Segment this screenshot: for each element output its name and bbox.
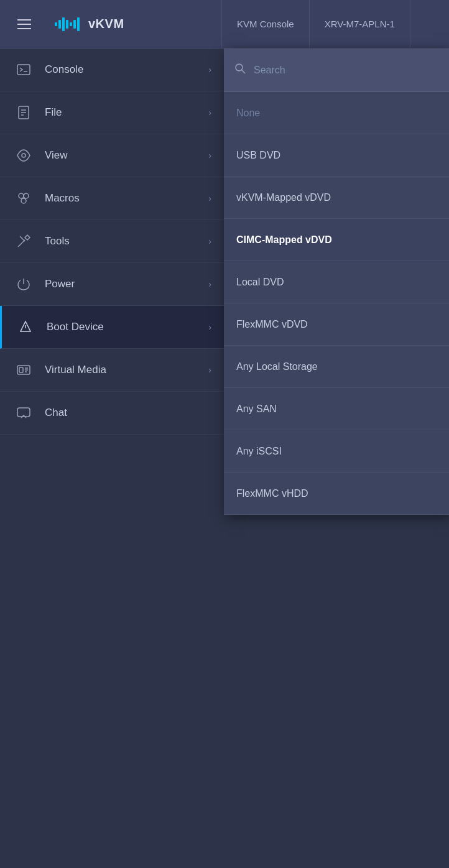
tools-icon xyxy=(12,230,35,252)
menu-button[interactable] xyxy=(0,0,49,48)
power-icon xyxy=(12,273,35,295)
sidebar-item-label: Console xyxy=(45,63,208,76)
svg-point-13 xyxy=(22,154,25,157)
svg-rect-3 xyxy=(66,20,68,29)
boot-device-dropdown: None USB DVD vKVM-Mapped vDVD CIMC-Mappe… xyxy=(224,48,449,515)
chevron-right-icon: › xyxy=(208,193,211,203)
dropdown-item-any-local-storage[interactable]: Any Local Storage xyxy=(224,346,449,388)
sidebar-item-console[interactable]: Console › xyxy=(0,48,224,91)
dropdown-item-cimc-vdvd[interactable]: CIMC-Mapped vDVD xyxy=(224,219,449,261)
chevron-right-icon: › xyxy=(208,322,211,332)
brand-name: vKVM xyxy=(88,17,124,31)
chevron-right-icon: › xyxy=(208,65,211,75)
svg-point-14 xyxy=(19,193,24,198)
tab-kvm-console[interactable]: KVM Console xyxy=(221,0,310,48)
dropdown-item-any-san[interactable]: Any SAN xyxy=(224,388,449,430)
chevron-right-icon: › xyxy=(208,236,211,246)
sidebar-item-label: File xyxy=(45,106,208,119)
virtual-media-icon xyxy=(12,359,35,381)
svg-line-29 xyxy=(242,70,245,73)
search-icon xyxy=(234,62,246,78)
svg-point-15 xyxy=(24,193,29,198)
search-input[interactable] xyxy=(254,65,439,76)
sidebar-item-label: Chat xyxy=(45,407,211,419)
cisco-logo xyxy=(55,17,82,31)
sidebar-item-virtual-media[interactable]: Virtual Media › xyxy=(0,349,224,392)
dropdown-item-usb-dvd[interactable]: USB DVD xyxy=(224,134,449,177)
sidebar-item-label: Power xyxy=(45,278,208,290)
chat-icon xyxy=(12,402,35,424)
sidebar-item-view[interactable]: View › xyxy=(0,134,224,177)
boot-device-icon xyxy=(14,316,37,338)
svg-rect-7 xyxy=(17,65,30,75)
svg-rect-2 xyxy=(62,17,65,31)
sidebar-item-label: Virtual Media xyxy=(45,364,208,376)
chevron-right-icon: › xyxy=(208,150,211,160)
dropdown-item-vkvm-vdvd[interactable]: vKVM-Mapped vDVD xyxy=(224,177,449,219)
header: vKVM KVM Console XRV-M7-APLN-1 xyxy=(0,0,449,48)
chevron-right-icon: › xyxy=(208,108,211,118)
chevron-right-icon: › xyxy=(208,365,211,375)
svg-rect-4 xyxy=(70,22,72,26)
dropdown-item-flexmmc-vdvd[interactable]: FlexMMC vDVD xyxy=(224,303,449,346)
svg-point-28 xyxy=(236,64,243,71)
hamburger-icon xyxy=(17,19,31,29)
svg-line-17 xyxy=(18,242,22,247)
dropdown-item-none[interactable]: None xyxy=(224,92,449,134)
sidebar-item-boot-device[interactable]: Boot Device › xyxy=(0,306,224,349)
sidebar-item-chat[interactable]: Chat xyxy=(0,392,224,435)
sidebar-item-tools[interactable]: Tools › xyxy=(0,220,224,263)
svg-rect-5 xyxy=(73,20,76,29)
sidebar-item-label: Macros xyxy=(45,192,208,205)
dropdown-item-flexmmc-vhdd[interactable]: FlexMMC vHDD xyxy=(224,473,449,515)
sidebar: Console › File › View › xyxy=(0,48,224,868)
svg-rect-6 xyxy=(77,17,80,31)
search-bar[interactable] xyxy=(224,48,449,92)
console-icon xyxy=(12,58,35,81)
sidebar-item-label: Tools xyxy=(45,235,208,247)
tab-xrv[interactable]: XRV-M7-APLN-1 xyxy=(310,0,410,48)
dropdown-item-local-dvd[interactable]: Local DVD xyxy=(224,261,449,303)
header-tabs: KVM Console XRV-M7-APLN-1 xyxy=(221,0,449,48)
macros-icon xyxy=(12,187,35,210)
sidebar-item-file[interactable]: File › xyxy=(0,91,224,134)
dropdown-item-any-iscsi[interactable]: Any iSCSI xyxy=(224,430,449,473)
svg-rect-1 xyxy=(58,20,61,29)
sidebar-item-macros[interactable]: Macros › xyxy=(0,177,224,220)
svg-rect-23 xyxy=(19,367,23,372)
sidebar-item-label: Boot Device xyxy=(47,321,208,333)
svg-point-16 xyxy=(21,198,26,203)
svg-line-19 xyxy=(20,236,25,241)
sidebar-item-label: View xyxy=(45,149,208,162)
svg-rect-0 xyxy=(55,22,57,26)
chevron-right-icon: › xyxy=(208,279,211,289)
sidebar-item-power[interactable]: Power › xyxy=(0,263,224,306)
file-icon xyxy=(12,101,35,124)
brand-area: vKVM xyxy=(49,17,221,31)
view-icon xyxy=(12,144,35,167)
